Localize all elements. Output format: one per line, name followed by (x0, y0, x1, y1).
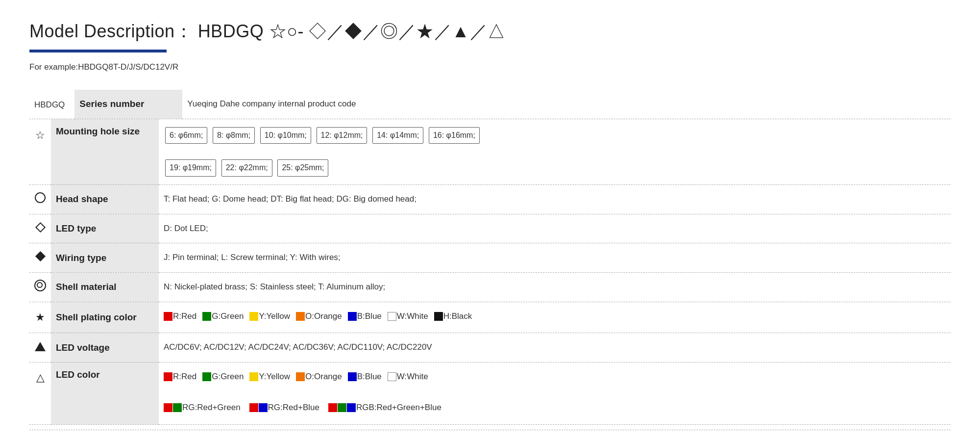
series-row: HBDGQ Series number Yueqing Dahe company… (29, 90, 951, 119)
color-swatch (249, 403, 258, 412)
color-item: G:Green (202, 369, 244, 385)
color-swatch (259, 403, 268, 412)
color-item: Y:Yellow (249, 309, 290, 324)
row-led-type: LED typeD: Dot LED; (29, 214, 951, 243)
color-swatch (348, 312, 357, 321)
color-swatch (338, 403, 346, 412)
color-item: H:Black (434, 309, 472, 324)
table-shell-material: Shell materialN: Nickel-plated brass; S:… (29, 273, 951, 302)
value-led-type: D: Dot LED; (159, 214, 951, 243)
triangle-fill-icon (35, 342, 46, 351)
color-swatch (202, 372, 211, 381)
badge: 6: φ6mm; (165, 127, 207, 144)
row-led-voltage: LED voltageAC/DC6V; AC/DC12V; AC/DC24V; … (29, 333, 951, 362)
value-wiring-type: J: Pin terminal; L: Screw terminal; Y: W… (159, 243, 951, 272)
color-item: O:Orange (296, 309, 342, 324)
badge: 14: φ14mm; (372, 127, 423, 144)
star-fill-icon: ★ (35, 311, 45, 323)
badge: 12: φ12mm; (317, 127, 368, 144)
color-label: B:Blue (357, 309, 382, 324)
icon-led-voltage (29, 333, 51, 362)
color-item: RGB:Red+Green+Blue (328, 400, 441, 415)
value-led-color-line1: R:RedG:GreenY:YellowO:OrangeB:BlueW:Whit… (159, 363, 951, 393)
badge: 10: φ10mm; (260, 127, 311, 144)
value-shell-material: N: Nickel-plated brass; S: Stainless ste… (159, 273, 951, 302)
row-shell-material: Shell materialN: Nickel-plated brass; S:… (29, 273, 951, 302)
row-shell-plating-color: ★Shell plating colorR:RedG:GreenY:Yellow… (29, 302, 951, 333)
value-head-shape: T: Flat head; G: Dome head; DT: Big flat… (159, 185, 951, 214)
table-head-shape: Head shapeT: Flat head; G: Dome head; DT… (29, 185, 951, 214)
title-bar (29, 50, 167, 52)
color-swatch (164, 403, 172, 412)
color-swatch (164, 312, 172, 321)
color-label: W:White (397, 369, 428, 385)
icon-shell-plating-color: ★ (29, 302, 51, 333)
color-label: O:Orange (305, 309, 342, 324)
color-item: R:Red (164, 309, 196, 324)
color-label: Y:Yellow (259, 369, 290, 385)
color-label: RG:Red+Blue (268, 400, 319, 415)
page-title: Model Description： HBDGQ ☆○- ◇／◆／◎／★／▲／△ (29, 20, 951, 44)
color-label: R:Red (173, 369, 196, 385)
color-item: O:Orange (296, 369, 342, 385)
color-item: B:Blue (348, 369, 382, 385)
color-swatch (296, 312, 305, 321)
icon-shell-material (29, 273, 51, 302)
row-led-color-line1: △LED colorR:RedG:GreenY:YellowO:OrangeB:… (29, 363, 951, 393)
color-swatch (249, 372, 258, 381)
label-head-shape: Head shape (51, 185, 159, 214)
color-item: Y:Yellow (249, 369, 290, 385)
table-mounting-hole-size: ☆Mounting hole size6: φ6mm; 8: φ8mm; 10:… (29, 119, 951, 185)
badge: 16: φ16mm; (429, 127, 480, 144)
table-led-type: LED typeD: Dot LED; (29, 214, 951, 244)
value-mounting-hole-size-line1: 6: φ6mm; 8: φ8mm; 10: φ10mm; 12: φ12mm; … (159, 119, 951, 152)
color-swatch (164, 372, 172, 381)
value-mounting-hole-size-line2: 19: φ19mm; 22: φ22mm; 25: φ25mm; (159, 152, 951, 184)
row-led-color-line2: RG:Red+GreenRG:Red+BlueRGB:Red+Green+Blu… (29, 393, 951, 424)
table-shell-plating-color: ★Shell plating colorR:RedG:GreenY:Yellow… (29, 302, 951, 334)
color-swatch-white (388, 372, 396, 381)
color-label: H:Black (443, 309, 472, 324)
badge: 25: φ25mm; (277, 159, 328, 177)
icon-mounting-hole-size: ☆ (29, 119, 51, 152)
description-table: HBDGQ Series number Yueqing Dahe company… (29, 90, 951, 119)
color-item: W:White (388, 369, 428, 385)
example-text: For example:HBDGQ8T-D/J/S/DC12V/R (29, 62, 951, 72)
color-label: RGB:Red+Green+Blue (356, 400, 441, 415)
color-label: G:Green (212, 369, 244, 385)
bottom-divider (29, 430, 951, 430)
star-outline-icon: ☆ (35, 129, 45, 141)
badge: 19: φ19mm; (165, 159, 216, 177)
circle-double-icon (34, 280, 46, 291)
label-wiring-type: Wiring type (51, 243, 159, 272)
color-label: RG:Red+Green (182, 400, 241, 415)
row-wiring-type: Wiring typeJ: Pin terminal; L: Screw ter… (29, 243, 951, 272)
diamond-outline-icon (35, 222, 45, 232)
row-mounting-hole-size-line2: 19: φ19mm; 22: φ22mm; 25: φ25mm; (29, 152, 951, 184)
color-label: G:Green (212, 309, 244, 324)
diamond-fill-icon (35, 251, 45, 261)
color-swatch-white (388, 312, 396, 321)
icon-led-color: △ (29, 363, 51, 393)
series-prefix: HBDGQ (34, 100, 65, 109)
value-led-voltage: AC/DC6V; AC/DC12V; AC/DC24V; AC/DC36V; A… (159, 333, 951, 362)
row-head-shape: Head shapeT: Flat head; G: Dome head; DT… (29, 185, 951, 214)
value-shell-plating-color: R:RedG:GreenY:YellowO:OrangeB:BlueW:Whit… (159, 302, 951, 333)
color-item: RG:Red+Green (164, 400, 241, 415)
icon-head-shape (29, 185, 51, 214)
circle-icon (35, 192, 46, 203)
series-description: Yueqing Dahe company internal product co… (182, 90, 951, 119)
value-led-color-line2: RG:Red+GreenRG:Red+BlueRGB:Red+Green+Blu… (159, 393, 951, 424)
color-swatch (202, 312, 211, 321)
color-label: W:White (397, 309, 428, 324)
color-swatch (347, 403, 356, 412)
series-icon-cell: HBDGQ (29, 90, 74, 119)
color-swatch (173, 403, 182, 412)
color-label: Y:Yellow (259, 309, 290, 324)
color-swatch (348, 372, 357, 381)
color-item: B:Blue (348, 309, 382, 324)
color-swatch (249, 312, 258, 321)
color-item: G:Green (202, 309, 244, 324)
label-led-color: LED color (51, 363, 159, 424)
color-swatch (328, 403, 337, 412)
